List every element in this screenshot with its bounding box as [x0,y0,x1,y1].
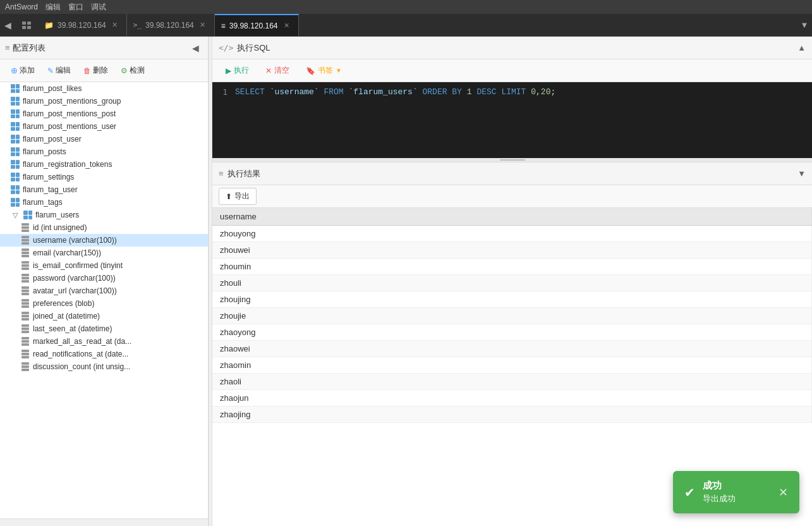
results-header: ≡ 执行结果 ▼ [212,162,812,185]
delete-icon: 🗑 [83,66,91,75]
tree-item[interactable]: flarum_tags [0,196,208,209]
toast-close-button[interactable]: ✕ [779,486,788,499]
sql-line-1: 1 SELECT `username` FROM `flarum_users` … [212,87,812,97]
toast-notification: ✔ 成功 导出成功 ✕ [673,471,799,513]
check-button[interactable]: ⚙ 检测 [115,62,150,79]
tree-item[interactable]: preferences (blob) [0,297,208,310]
table-row[interactable]: zhouwei [212,242,812,259]
menu-edit[interactable]: 编辑 [45,2,61,13]
tree-item-label: joined_at (datetime) [33,312,100,321]
tree-item[interactable]: flarum_post_mentions_group [0,95,208,107]
tab-1-close[interactable]: ✕ [110,20,120,30]
col-icon [20,312,30,321]
tree-item[interactable]: discussion_count (int unsig... [0,360,208,373]
results-collapse-button[interactable]: ▼ [797,169,806,178]
table-icon [10,173,20,181]
tree-item[interactable]: id (int unsigned) [0,221,208,234]
table-row[interactable]: zhaoli [212,374,812,390]
sidebar-collapse-button[interactable]: ◀ [188,42,203,54]
table-icon [10,198,20,207]
table-row[interactable]: zhoujie [212,308,812,324]
table-row[interactable]: zhoujing [212,291,812,308]
col-icon [20,248,30,257]
sidebar: ≡ 配置列表 ◀ ⊕ 添加 ✎ 编辑 🗑 删除 ⚙ 检测 flarum_post… [0,37,209,526]
clear-icon: ✕ [265,66,272,75]
tree-item[interactable]: is_email_confirmed (tinyint [0,259,208,272]
tab-3-close[interactable]: ✕ [282,21,292,31]
table-icon [10,109,20,118]
tree-item[interactable]: last_seen_at (datetime) [0,322,208,335]
col-icon [20,362,30,371]
sql-section-title: 执行SQL [237,42,794,54]
delete-button[interactable]: 🗑 删除 [78,62,114,79]
tree-item[interactable]: flarum_tag_user [0,183,208,196]
run-icon: ▶ [226,66,231,75]
clear-button[interactable]: ✕ 清空 [258,62,296,79]
results-table: username zhouyongzhouweizhouminzhoulizho… [212,208,812,423]
sql-line-num-1: 1 [212,87,235,97]
table-icon [10,185,20,194]
tab-prev-button[interactable]: ◀ [0,14,15,36]
tree-item-label: email (varchar(150)) [33,248,101,257]
tree-item-label: preferences (blob) [33,299,94,308]
tree-item-label: flarum_settings [23,173,74,181]
tree-item[interactable]: marked_all_as_read_at (da... [0,335,208,348]
table-row[interactable]: zhaowei [212,341,812,357]
tab-2-close[interactable]: ✕ [198,20,208,30]
tree-item-label: avatar_url (varchar(100)) [33,286,117,295]
sql-editor[interactable]: 1 SELECT `username` FROM `flarum_users` … [212,82,812,158]
tab-bar: ◀ 📁 39.98.120.164 ✕ >_ 39.98.120.164 ✕ ≡… [0,14,812,37]
tab-more-button[interactable]: ▼ [797,14,812,36]
tree-item[interactable]: read_notifications_at (date... [0,348,208,360]
tree-item[interactable]: flarum_post_mentions_post [0,107,208,120]
table-row[interactable]: zhoumin [212,259,812,275]
tree-item[interactable]: ▽flarum_users [0,209,208,221]
sql-line-content-1: SELECT `username` FROM `flarum_users` OR… [235,87,812,97]
menu-debug[interactable]: 调试 [91,2,106,13]
tree-item[interactable]: flarum_post_mentions_user [0,120,208,133]
col-icon [20,299,30,308]
tree-item[interactable]: username (varchar(100)) [0,234,208,247]
table-row[interactable]: zhaojun [212,390,812,407]
table-cell: zhouli [212,275,812,291]
sidebar-hscroll[interactable] [0,518,208,526]
tree-item[interactable]: flarum_settings [0,171,208,183]
col-icon [20,261,30,270]
tree-item[interactable]: flarum_registration_tokens [0,158,208,171]
table-row[interactable]: zhaomin [212,357,812,374]
table-icon [10,147,20,156]
tab-3[interactable]: ≡ 39.98.120.164 ✕ [215,14,299,36]
table-row[interactable]: zhaoyong [212,324,812,341]
tab-1[interactable]: 📁 39.98.120.164 ✕ [38,14,127,36]
bookmark-button[interactable]: 🔖 书签 ▼ [299,62,349,79]
tree-item[interactable]: joined_at (datetime) [0,310,208,322]
toast-success-icon: ✔ [684,485,695,500]
tab-2[interactable]: >_ 39.98.120.164 ✕ [127,14,215,36]
add-button[interactable]: ⊕ 添加 [5,62,40,79]
table-row[interactable]: zhaojing [212,407,812,423]
tree-item-label: username (varchar(100)) [33,236,117,245]
sql-section-collapse-button[interactable]: ▲ [797,43,806,52]
table-cell: zhaomin [212,357,812,374]
tree-item[interactable]: flarum_post_likes [0,82,208,95]
tab-2-icon: >_ [133,21,142,29]
export-label: 导出 [234,191,250,202]
export-button[interactable]: ⬆ 导出 [219,188,257,205]
run-button[interactable]: ▶ 执行 [219,62,256,79]
results-icon: ≡ [219,169,224,178]
tree-item[interactable]: flarum_posts [0,145,208,158]
tree-item-label: flarum_users [35,211,79,219]
menu-window[interactable]: 窗口 [68,2,83,13]
tree-item[interactable]: avatar_url (varchar(100)) [0,284,208,297]
tab-2-label: 39.98.120.164 [145,21,194,30]
tree-item[interactable]: flarum_post_user [0,133,208,145]
table-row[interactable]: zhouyong [212,226,812,242]
tree-item-label: flarum_post_mentions_group [23,97,121,106]
tree-item[interactable]: email (varchar(150)) [0,247,208,259]
results-title: 执行结果 [227,168,794,180]
tab-grid-button[interactable] [15,14,38,36]
resize-handle[interactable] [212,158,812,162]
edit-button[interactable]: ✎ 编辑 [42,62,76,79]
table-row[interactable]: zhouli [212,275,812,291]
tree-item[interactable]: password (varchar(100)) [0,272,208,284]
